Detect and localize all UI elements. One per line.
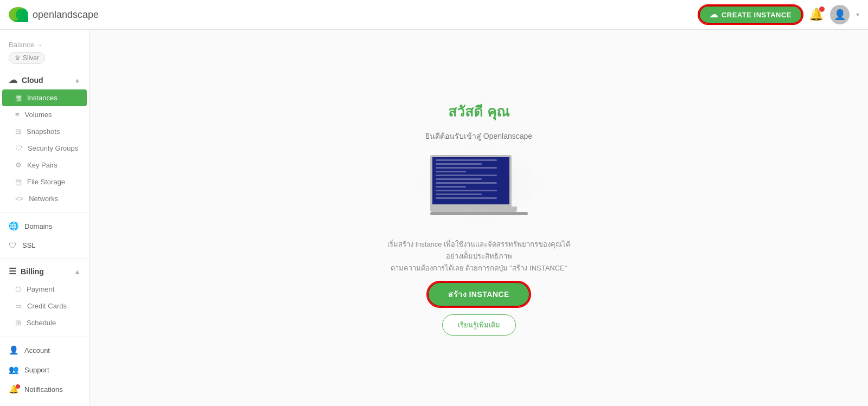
sidebar-item-support[interactable]: 👥 Support bbox=[0, 360, 89, 379]
balance-tier-label: Silver bbox=[23, 54, 39, 62]
screen-line-7 bbox=[436, 182, 497, 184]
main-content: สวัสดี คุณ ยินดีต้อนรับเข้าสู่ Openlansc… bbox=[90, 30, 868, 406]
file-storage-icon: ▤ bbox=[15, 178, 22, 186]
avatar[interactable]: 👤 bbox=[830, 5, 850, 24]
payment-icon: ⬡ bbox=[15, 285, 21, 293]
billing-section-title: ☰ Billing bbox=[9, 266, 44, 276]
balance-label[interactable]: Balance → bbox=[9, 41, 80, 49]
balance-tier-badge: ♛ Silver bbox=[9, 52, 45, 64]
welcome-subtitle: ยินดีต้อนรับเข้าสู่ Openlanscape bbox=[425, 130, 532, 142]
cloud-icon: ☁ bbox=[710, 10, 718, 20]
payment-label: Payment bbox=[27, 285, 54, 293]
sidebar-item-instances[interactable]: ▦ Instances bbox=[2, 89, 87, 106]
logo-icon bbox=[9, 7, 28, 22]
networks-icon: <> bbox=[15, 195, 23, 203]
account-icon: 👤 bbox=[9, 345, 19, 355]
welcome-title: สวัสดี คุณ bbox=[448, 100, 509, 123]
domains-icon: 🌐 bbox=[9, 221, 19, 231]
instances-icon: ▦ bbox=[15, 94, 22, 102]
key-pairs-label: Key Pairs bbox=[27, 161, 58, 169]
sidebar-item-account[interactable]: 👤 Account bbox=[0, 340, 89, 360]
cloud-section-header[interactable]: ☁ Cloud ▲ bbox=[0, 70, 89, 89]
description-text: เริ่มสร้าง Instance เพื่อใช้งานและจัดสรร… bbox=[381, 239, 577, 274]
sidebar-item-schedule[interactable]: ⊞ Schedule bbox=[0, 314, 89, 331]
screen-line-6 bbox=[436, 178, 482, 180]
ssl-label: SSL bbox=[22, 241, 36, 249]
screen-line-10 bbox=[436, 194, 482, 195]
create-instance-main-button[interactable]: สร้าง INSTANCE bbox=[427, 282, 530, 307]
screen-line-11 bbox=[436, 197, 497, 199]
sidebar-item-domains[interactable]: 🌐 Domains bbox=[0, 216, 89, 236]
screen-line-8 bbox=[436, 186, 467, 188]
sidebar-item-notifications[interactable]: 🔔 Notifications bbox=[0, 379, 89, 399]
crown-icon: ♛ bbox=[15, 54, 21, 62]
sidebar-item-security-groups[interactable]: 🛡 Security Groups bbox=[0, 140, 89, 157]
support-icon: 👥 bbox=[9, 365, 19, 375]
support-label: Support bbox=[24, 366, 49, 374]
sidebar-item-key-pairs[interactable]: ⚙ Key Pairs bbox=[0, 157, 89, 173]
volumes-label: Volumes bbox=[25, 111, 52, 119]
instances-label: Instances bbox=[27, 94, 58, 102]
sidebar: Balance → ♛ Silver ☁ Cloud ▲ ▦ Instances bbox=[0, 30, 90, 406]
notification-bell-button[interactable]: 🔔 bbox=[809, 8, 824, 22]
billing-section-icon: ☰ bbox=[9, 266, 16, 276]
domains-label: Domains bbox=[24, 222, 52, 230]
cloud-chevron-icon: ▲ bbox=[74, 77, 80, 83]
laptop-screen bbox=[430, 155, 512, 207]
laptop-base bbox=[430, 207, 517, 212]
security-groups-label: Security Groups bbox=[28, 144, 78, 152]
key-pairs-icon: ⚙ bbox=[15, 161, 22, 169]
navbar: openlandscape ☁ CREATE INSTANCE 🔔 👤 ▾ bbox=[0, 0, 868, 30]
logo-area: openlandscape bbox=[9, 7, 99, 22]
divider-2 bbox=[0, 258, 89, 259]
sidebar-item-credit-cards[interactable]: ▭ Credit Cards bbox=[0, 298, 89, 314]
navbar-right: ☁ CREATE INSTANCE 🔔 👤 ▾ bbox=[699, 5, 859, 24]
learn-more-button[interactable]: เรียนรู้เพิ่มเติม bbox=[442, 314, 516, 336]
divider-3 bbox=[0, 337, 89, 337]
schedule-icon: ⊞ bbox=[15, 319, 21, 327]
notifications-icon: 🔔 bbox=[9, 384, 19, 394]
account-label: Account bbox=[24, 346, 50, 355]
welcome-card: สวัสดี คุณ ยินดีต้อนรับเข้าสู่ Openlansc… bbox=[349, 79, 609, 357]
sidebar-notif-dot bbox=[16, 384, 20, 389]
cloud-section-title: ☁ Cloud bbox=[9, 75, 43, 85]
screen-line-9 bbox=[436, 190, 497, 191]
billing-chevron-icon: ▲ bbox=[74, 268, 80, 275]
divider-1 bbox=[0, 212, 89, 213]
laptop-foot bbox=[430, 212, 528, 215]
billing-section-header[interactable]: ☰ Billing ▲ bbox=[0, 262, 89, 281]
networks-label: Networks bbox=[29, 195, 58, 203]
create-instance-button[interactable]: ☁ CREATE INSTANCE bbox=[699, 5, 802, 24]
sidebar-item-volumes[interactable]: ≡ Volumes bbox=[0, 106, 89, 123]
chevron-down-icon[interactable]: ▾ bbox=[856, 11, 859, 18]
sidebar-item-payment[interactable]: ⬡ Payment bbox=[0, 281, 89, 298]
sidebar-item-networks[interactable]: <> Networks bbox=[0, 190, 89, 207]
volumes-icon: ≡ bbox=[15, 111, 20, 119]
sidebar-item-ssl[interactable]: 🛡 SSL bbox=[0, 236, 89, 255]
sidebar-item-file-storage[interactable]: ▤ File Storage bbox=[0, 173, 89, 190]
file-storage-label: File Storage bbox=[27, 178, 65, 186]
notification-badge bbox=[819, 7, 825, 12]
schedule-label: Schedule bbox=[27, 319, 56, 327]
main-layout: Balance → ♛ Silver ☁ Cloud ▲ ▦ Instances bbox=[0, 30, 868, 406]
balance-section: Balance → ♛ Silver bbox=[0, 35, 89, 70]
description-line1: เริ่มสร้าง Instance เพื่อใช้งานและจัดสรร… bbox=[381, 239, 577, 262]
snapshots-label: Snapshots bbox=[27, 127, 60, 136]
create-instance-label: CREATE INSTANCE bbox=[722, 11, 792, 19]
credit-cards-label: Credit Cards bbox=[27, 302, 67, 310]
balance-arrow-icon: → bbox=[36, 42, 42, 48]
notifications-label: Notifications bbox=[24, 385, 63, 394]
cloud-section-icon: ☁ bbox=[9, 75, 17, 85]
screen-line-2 bbox=[436, 163, 482, 165]
credit-cards-icon: ▭ bbox=[15, 302, 22, 310]
cloud-section: ☁ Cloud ▲ ▦ Instances ≡ Volumes ⊟ Snapsh… bbox=[0, 70, 89, 207]
logo-text: openlandscape bbox=[33, 9, 99, 21]
screen-line-5 bbox=[436, 175, 497, 176]
laptop-illustration bbox=[430, 155, 528, 225]
svg-point-1 bbox=[16, 9, 28, 21]
billing-section: ☰ Billing ▲ ⬡ Payment ▭ Credit Cards ⊞ S… bbox=[0, 262, 89, 331]
ssl-icon: 🛡 bbox=[9, 241, 17, 250]
screen-line-3 bbox=[436, 167, 497, 169]
screen-line-4 bbox=[436, 171, 467, 172]
sidebar-item-snapshots[interactable]: ⊟ Snapshots bbox=[0, 123, 89, 140]
